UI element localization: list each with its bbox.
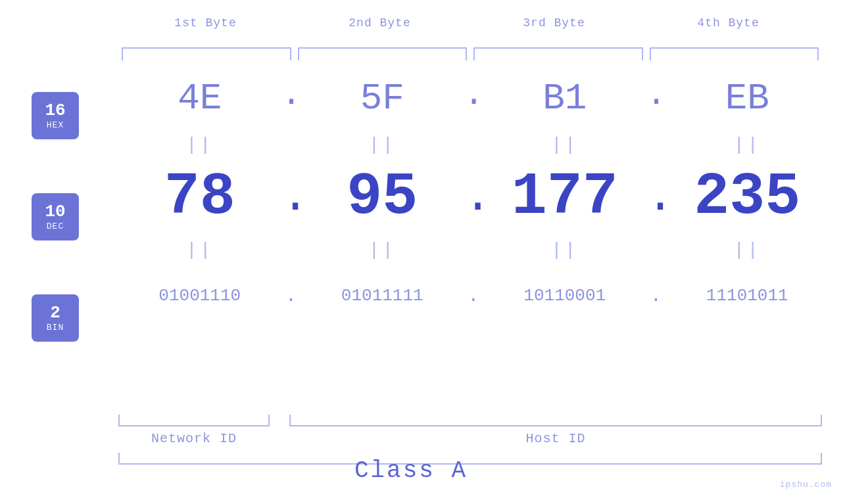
equals-row-2: || || || || <box>118 237 829 263</box>
network-id-label: Network ID <box>118 431 270 446</box>
row-dec: 78 . 95 . 177 . 235 <box>118 158 829 237</box>
hex-value-1: 4E <box>178 78 222 120</box>
host-id-label: Host ID <box>289 431 822 446</box>
bracket-seg-1 <box>122 47 291 60</box>
bin-value-3: 10110001 <box>523 286 606 306</box>
hex-cell-3: B1 <box>483 78 646 120</box>
hex-cell-2: 5F <box>301 78 464 120</box>
dec-value-3: 177 <box>512 164 618 231</box>
bracket-bottom-container <box>118 415 822 426</box>
bracket-seg-4 <box>650 47 819 60</box>
bin-value-4: 11101011 <box>706 286 788 306</box>
hex-cell-1: 4E <box>118 78 281 120</box>
hex-dot-3: . <box>646 78 666 119</box>
row-bin: 01001110 . 01011111 . 10110001 . 1110101… <box>118 263 829 329</box>
bin-dot-3: . <box>646 286 666 306</box>
eq2-c2: || <box>301 240 464 260</box>
badge-hex: 16 HEX <box>32 92 79 139</box>
dec-cell-4: 235 <box>666 164 829 231</box>
bracket-gap <box>270 415 289 426</box>
bracket-top <box>118 47 822 60</box>
hex-dot-1: . <box>281 78 301 119</box>
dec-value-4: 235 <box>694 164 800 231</box>
bracket-seg-2 <box>298 47 468 60</box>
bin-cell-4: 11101011 <box>666 286 829 306</box>
eq2-c3: || <box>483 240 646 260</box>
bin-cell-1: 01001110 <box>118 286 281 306</box>
badge-dec-num: 10 <box>45 202 65 221</box>
bin-cell-2: 01011111 <box>301 286 464 306</box>
hex-value-3: B1 <box>543 78 587 120</box>
badge-bin-label: BIN <box>47 323 64 332</box>
dec-dot-1: . <box>281 173 301 221</box>
badge-dec: 10 DEC <box>32 193 79 241</box>
dec-dot-3: . <box>646 173 666 221</box>
bin-cell-3: 10110001 <box>483 286 646 306</box>
eq1-c4: || <box>666 135 829 155</box>
badge-hex-num: 16 <box>45 101 65 120</box>
hex-value-2: 5F <box>360 78 404 120</box>
dec-cell-1: 78 <box>118 164 281 231</box>
eq1-c3: || <box>483 135 646 155</box>
eq1-c2: || <box>301 135 464 155</box>
eq1-c1: || <box>118 135 281 155</box>
class-label: Class A <box>0 457 822 484</box>
hex-cell-4: EB <box>666 78 829 120</box>
dec-dot-2: . <box>464 173 483 221</box>
badge-bin: 2 BIN <box>32 294 79 342</box>
equals-row-1: || || || || <box>118 131 829 158</box>
bracket-seg-3 <box>473 47 643 60</box>
dec-value-1: 78 <box>164 164 235 231</box>
byte-header-2: 2nd Byte <box>293 16 467 30</box>
eq2-c4: || <box>666 240 829 260</box>
byte-header-4: 4th Byte <box>641 16 815 30</box>
eq2-c1: || <box>118 240 281 260</box>
values-grid: 4E . 5F . B1 . EB || || || || <box>118 66 829 329</box>
bin-dot-1: . <box>281 286 301 306</box>
hex-value-4: EB <box>725 78 769 120</box>
byte-header-3: 3rd Byte <box>467 16 641 30</box>
row-hex: 4E . 5F . B1 . EB <box>118 66 829 131</box>
badge-dec-label: DEC <box>47 221 64 231</box>
byte-header-1: 1st Byte <box>118 16 293 30</box>
byte-headers: 1st Byte 2nd Byte 3rd Byte 4th Byte <box>118 16 815 30</box>
bracket-network <box>118 415 270 426</box>
hex-dot-2: . <box>464 78 483 119</box>
badge-bin-num: 2 <box>50 304 60 323</box>
badge-hex-label: HEX <box>47 120 64 130</box>
bracket-host <box>289 415 822 426</box>
badges-column: 16 HEX 10 DEC 2 BIN <box>32 92 79 342</box>
bin-value-1: 01001110 <box>158 286 241 306</box>
dec-cell-3: 177 <box>483 164 646 231</box>
main-container: 1st Byte 2nd Byte 3rd Byte 4th Byte 16 H… <box>0 0 845 504</box>
dec-value-2: 95 <box>347 164 418 231</box>
id-labels: Network ID Host ID <box>118 431 822 446</box>
watermark: ipshu.com <box>780 480 832 490</box>
dec-cell-2: 95 <box>301 164 464 231</box>
bin-value-2: 01011111 <box>341 286 423 306</box>
bin-dot-2: . <box>464 286 483 306</box>
